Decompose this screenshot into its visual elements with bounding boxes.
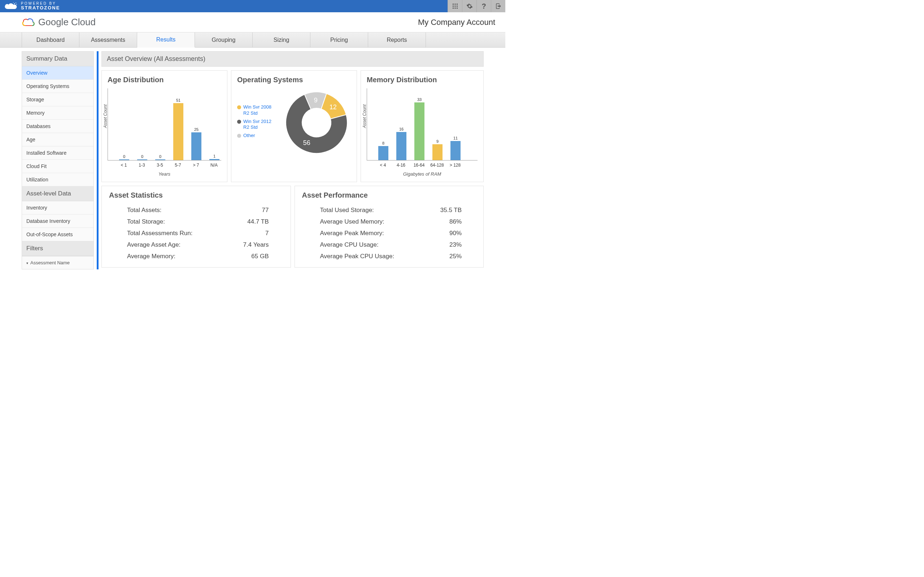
- bar: 0: [117, 154, 131, 160]
- panel-asset-statistics: Asset Statistics Total Assets:77Total St…: [102, 186, 291, 268]
- svg-rect-11: [454, 8, 456, 9]
- gear-icon[interactable]: [462, 0, 477, 12]
- stat-row: Total Assessments Run:7: [109, 227, 283, 239]
- stat-row: Average Peak CPU Usage:25%: [302, 251, 477, 262]
- x-axis-label: 64-128: [430, 163, 444, 168]
- svg-rect-10: [452, 8, 454, 9]
- sidebar-item-overview[interactable]: Overview: [22, 66, 94, 80]
- sidebar-item-databases[interactable]: Databases: [22, 120, 94, 133]
- svg-text:12: 12: [330, 103, 337, 111]
- sidebar-item-database-inventory[interactable]: Database Inventory: [22, 214, 94, 228]
- svg-rect-7: [452, 6, 454, 7]
- svg-text:9: 9: [314, 97, 318, 104]
- svg-text:56: 56: [303, 139, 310, 147]
- os-legend: Win Svr 2008 R2 Std Win Svr 2012 R2 Std …: [237, 104, 276, 141]
- account-name[interactable]: My Company Account: [418, 18, 495, 27]
- bar: 25: [189, 127, 203, 160]
- x-axis-label: 3-5: [153, 163, 167, 168]
- perf-title: Asset Performance: [302, 191, 477, 200]
- age-chart-xcaption: Years: [108, 171, 221, 177]
- apps-icon[interactable]: [447, 0, 462, 12]
- tab-pricing[interactable]: Pricing: [310, 32, 368, 47]
- bar: 1: [208, 154, 221, 160]
- sidebar-item-inventory[interactable]: Inventory: [22, 201, 94, 214]
- google-cloud-icon: [22, 17, 35, 28]
- stat-row: Average Used Memory:86%: [302, 216, 477, 227]
- sidebar-item-storage[interactable]: Storage: [22, 93, 94, 106]
- bar: 9: [431, 139, 444, 160]
- x-axis-label: 4-16: [394, 163, 408, 168]
- age-chart-ylabel: Asset Count: [103, 104, 108, 128]
- logout-icon[interactable]: [491, 0, 505, 12]
- mem-chart-title: Memory Distribution: [367, 76, 478, 84]
- svg-rect-5: [454, 3, 456, 5]
- tab-reports[interactable]: Reports: [368, 32, 426, 47]
- mem-chart: 81633911: [367, 89, 478, 161]
- x-axis-label: 1-3: [135, 163, 149, 168]
- stat-row: Total Assets:77: [109, 205, 283, 216]
- svg-point-1: [16, 3, 16, 3]
- svg-rect-8: [454, 6, 456, 7]
- content: Asset Overview (All Assessments) Age Dis…: [97, 51, 484, 269]
- legend-label-win2008[interactable]: Win Svr 2008 R2 Std: [243, 104, 276, 116]
- google-cloud-logo: Google Cloud: [22, 16, 96, 28]
- age-chart: 00051251: [108, 89, 221, 161]
- bar: 11: [449, 136, 462, 160]
- stat-row: Average Peak Memory:90%: [302, 227, 477, 239]
- legend-label-win2012[interactable]: Win Svr 2012 R2 Std: [243, 119, 276, 131]
- sidebar: Summary Data Overview Operating Systems …: [22, 51, 94, 269]
- brand: POWERED BY STRATOZONE: [0, 2, 60, 10]
- sidebar-item-out-of-scope[interactable]: Out-of-Scope Assets: [22, 228, 94, 241]
- tab-grouping[interactable]: Grouping: [195, 32, 253, 47]
- sidebar-item-age[interactable]: Age: [22, 133, 94, 147]
- tab-results[interactable]: Results: [137, 32, 195, 48]
- logo-text: Google Cloud: [38, 16, 96, 28]
- x-axis-label: > 7: [189, 163, 203, 168]
- panel-memory-distribution: Memory Distribution Asset Count 81633911…: [360, 70, 484, 182]
- bar: 0: [135, 154, 149, 160]
- sidebar-item-installed-software[interactable]: Installed Software: [22, 147, 94, 160]
- brand-name: STRATOZONE: [21, 5, 60, 10]
- bar: 8: [376, 141, 390, 160]
- sidebar-section-filters: Filters: [22, 241, 94, 256]
- x-axis-label: 5-7: [171, 163, 185, 168]
- bar: 0: [153, 154, 167, 160]
- sidebar-section-asset-level: Asset-level Data: [22, 187, 94, 201]
- stat-row: Total Storage:44.7 TB: [109, 216, 283, 227]
- tab-sizing[interactable]: Sizing: [253, 32, 310, 47]
- sidebar-section-summary: Summary Data: [22, 52, 94, 66]
- x-axis-label: < 4: [376, 163, 390, 168]
- tab-assessments[interactable]: Assessments: [79, 32, 137, 47]
- filter-assessment-name[interactable]: Assessment Name: [22, 256, 94, 269]
- sidebar-item-utilization[interactable]: Utilization: [22, 173, 94, 187]
- sidebar-item-memory[interactable]: Memory: [22, 106, 94, 120]
- tab-dashboard[interactable]: Dashboard: [22, 32, 79, 47]
- help-icon[interactable]: ?: [477, 0, 491, 12]
- legend-dot-icon: [237, 105, 241, 109]
- x-axis-label: 16-64: [412, 163, 426, 168]
- mem-chart-ylabel: Asset Count: [362, 104, 367, 128]
- svg-point-2: [16, 4, 17, 5]
- stratozone-cloud-icon: [3, 2, 18, 10]
- sidebar-item-cloud-fit[interactable]: Cloud Fit: [22, 160, 94, 173]
- stat-row: Average Asset Age:7.4 Years: [109, 239, 283, 251]
- age-chart-title: Age Distribution: [108, 76, 221, 84]
- sidebar-item-operating-systems[interactable]: Operating Systems: [22, 80, 94, 93]
- legend-dot-icon: [237, 134, 241, 138]
- svg-point-3: [13, 2, 14, 3]
- mem-chart-xcaption: Gigabytes of RAM: [367, 171, 478, 177]
- stat-row: Average CPU Usage:23%: [302, 239, 477, 251]
- stat-row: Total Used Storage:35.5 TB: [302, 205, 477, 216]
- os-donut-chart: 91256: [282, 89, 351, 157]
- svg-rect-12: [457, 8, 458, 9]
- svg-rect-9: [457, 6, 458, 7]
- x-axis-label: < 1: [117, 163, 131, 168]
- legend-label-other[interactable]: Other: [243, 133, 276, 139]
- stat-row: Average Memory:65 GB: [109, 251, 283, 262]
- svg-rect-6: [457, 3, 458, 5]
- nav-tabs: Dashboard Assessments Results Grouping S…: [0, 32, 505, 48]
- panel-age-distribution: Age Distribution Asset Count 00051251 < …: [102, 70, 228, 182]
- topbar: POWERED BY STRATOZONE ?: [0, 0, 505, 12]
- bar: 33: [412, 97, 426, 160]
- os-chart-title: Operating Systems: [237, 76, 351, 84]
